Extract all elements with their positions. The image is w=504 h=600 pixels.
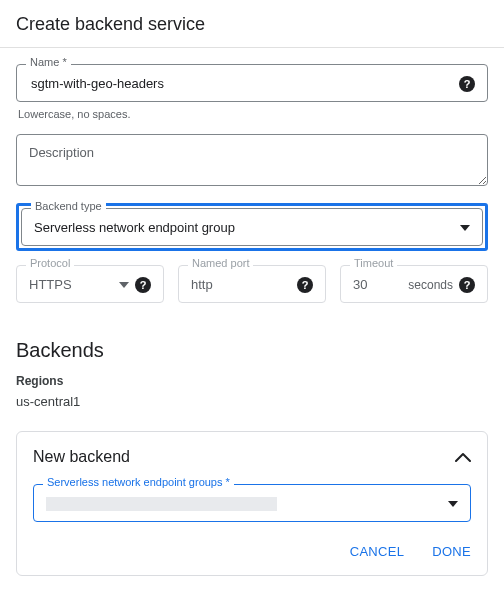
form-content: Name * ? Lowercase, no spaces. Backend t… (0, 48, 504, 600)
named-port-field: Named port http ? (178, 265, 326, 303)
collapse-button[interactable] (455, 452, 471, 462)
timeout-field: Timeout 30 seconds ? (340, 265, 488, 303)
help-icon[interactable]: ? (297, 277, 313, 293)
regions-label: Regions (16, 374, 488, 388)
backend-type-field: Backend type Serverless network endpoint… (21, 208, 483, 246)
new-backend-header: New backend (33, 448, 471, 466)
named-port-input-box[interactable]: http ? (178, 265, 326, 303)
name-box[interactable]: ? (16, 64, 488, 102)
named-port-label: Named port (188, 257, 253, 269)
neg-select[interactable] (33, 484, 471, 522)
caret-down-icon (119, 282, 129, 288)
timeout-input-box[interactable]: 30 seconds ? (340, 265, 488, 303)
neg-selected-value-redacted (46, 497, 277, 511)
chevron-up-icon (455, 452, 471, 462)
backend-type-select[interactable]: Serverless network endpoint group (21, 208, 483, 246)
page-title: Create backend service (0, 0, 504, 48)
connection-settings-row: Protocol HTTPS ? Named port http ? Timeo… (16, 265, 488, 309)
new-backend-actions: CANCEL DONE (33, 544, 471, 559)
backend-type-highlight: Backend type Serverless network endpoint… (16, 203, 488, 251)
caret-down-icon (460, 225, 470, 231)
neg-label: Serverless network endpoint groups * (43, 476, 234, 488)
named-port-value: http (191, 277, 291, 292)
caret-down-icon (448, 501, 458, 507)
timeout-unit: seconds (408, 278, 453, 292)
timeout-value: 30 (353, 277, 402, 292)
done-button[interactable]: DONE (432, 544, 471, 559)
region-value: us-central1 (16, 394, 488, 409)
name-field: Name * ? (16, 64, 488, 102)
description-input[interactable] (16, 134, 488, 186)
cancel-button[interactable]: CANCEL (350, 544, 405, 559)
name-label: Name * (26, 56, 71, 68)
protocol-label: Protocol (26, 257, 74, 269)
backends-heading: Backends (16, 339, 488, 362)
new-backend-card: New backend Serverless network endpoint … (16, 431, 488, 576)
help-icon[interactable]: ? (135, 277, 151, 293)
help-icon[interactable]: ? (459, 76, 475, 92)
name-helper: Lowercase, no spaces. (18, 108, 486, 120)
protocol-value: HTTPS (29, 277, 119, 292)
name-input[interactable] (29, 75, 451, 92)
new-backend-title: New backend (33, 448, 130, 466)
backend-type-value: Serverless network endpoint group (34, 220, 235, 235)
help-icon[interactable]: ? (459, 277, 475, 293)
protocol-select[interactable]: HTTPS ? (16, 265, 164, 303)
neg-field: Serverless network endpoint groups * (33, 484, 471, 522)
timeout-label: Timeout (350, 257, 397, 269)
protocol-field: Protocol HTTPS ? (16, 265, 164, 303)
backend-type-label: Backend type (31, 200, 106, 212)
